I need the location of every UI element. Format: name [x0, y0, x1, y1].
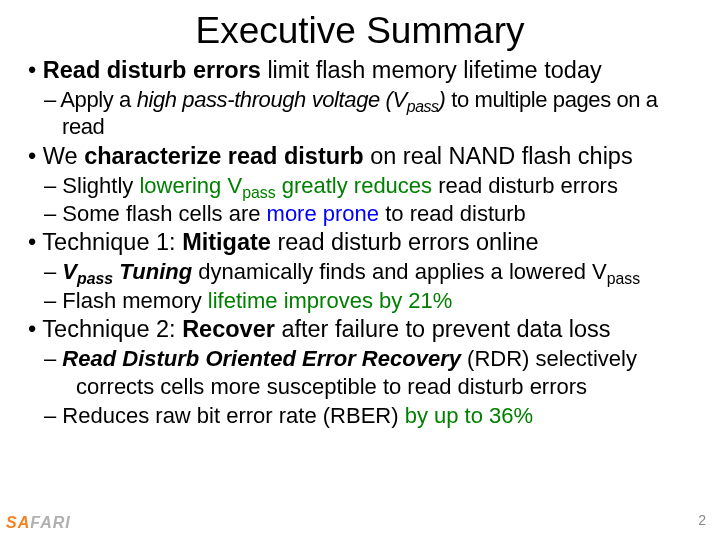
- sub-apply-voltage: Apply a high pass-through voltage (Vpass…: [28, 86, 692, 141]
- text-subscript: pass: [242, 184, 275, 201]
- text: (RDR) selectively: [461, 346, 637, 371]
- sub-rber: Reduces raw bit error rate (RBER) by up …: [28, 402, 692, 429]
- text: corrects cells more susceptible to read …: [76, 374, 587, 399]
- text-italic: high pass-through voltage (V: [137, 87, 407, 112]
- text: read disturb errors: [432, 173, 618, 198]
- text: Technique 2:: [42, 316, 182, 342]
- text: Apply a: [60, 87, 136, 112]
- text-subscript: pass: [77, 271, 113, 288]
- sub-vpass-tuning: Vpass Tuning dynamically finds and appli…: [28, 258, 692, 285]
- bullet-technique-2: Technique 2: Recover after failure to pr…: [28, 315, 692, 344]
- text-bold-italic: V: [62, 259, 77, 284]
- text-bold-italic: Read Disturb Oriented Error Recovery: [62, 346, 461, 371]
- page-number: 2: [698, 512, 706, 528]
- text: We: [43, 143, 84, 169]
- slide-body: Read disturb errors limit flash memory l…: [28, 56, 692, 429]
- sub-lowering-vpass: Slightly lowering Vpass greatly reduces …: [28, 172, 692, 199]
- text-bold: Read disturb errors: [43, 57, 261, 83]
- logo-part-orange: SA: [6, 514, 30, 531]
- sub-rdr: Read Disturb Oriented Error Recovery (RD…: [28, 345, 692, 372]
- text: after failure to prevent data loss: [275, 316, 611, 342]
- text-bold: characterize read disturb: [84, 143, 364, 169]
- logo-part-grey: FARI: [30, 514, 70, 531]
- slide-title: Executive Summary: [28, 10, 692, 52]
- safari-logo: SAFARI: [6, 514, 71, 532]
- sub-more-prone: Some flash cells are more prone to read …: [28, 200, 692, 227]
- text-green: greatly reduces: [276, 173, 433, 198]
- bullet-technique-1: Technique 1: Mitigate read disturb error…: [28, 228, 692, 257]
- bullet-read-disturb: Read disturb errors limit flash memory l…: [28, 56, 692, 85]
- bullet-characterize: We characterize read disturb on real NAN…: [28, 142, 692, 171]
- text-subscript: pass: [607, 271, 640, 288]
- text-bold-italic: Tuning: [113, 259, 192, 284]
- sub-rdr-cont: corrects cells more susceptible to read …: [28, 373, 692, 400]
- text: limit flash memory lifetime today: [261, 57, 602, 83]
- text-green: by up to 36%: [405, 403, 533, 428]
- slide: Executive Summary Read disturb errors li…: [0, 0, 720, 540]
- text-italic: ): [439, 87, 446, 112]
- text-green: lifetime improves by 21%: [208, 288, 453, 313]
- text-green: lowering V: [139, 173, 242, 198]
- text: read disturb errors online: [271, 229, 539, 255]
- text-bold: Recover: [182, 316, 275, 342]
- text: Reduces raw bit error rate (RBER): [62, 403, 404, 428]
- sub-lifetime-improves: Flash memory lifetime improves by 21%: [28, 287, 692, 314]
- text: on real NAND flash chips: [364, 143, 633, 169]
- text: Some flash cells are: [62, 201, 266, 226]
- text: Flash memory: [62, 288, 207, 313]
- text: dynamically finds and applies a lowered …: [192, 259, 607, 284]
- text: to read disturb: [379, 201, 526, 226]
- text-blue: more prone: [267, 201, 380, 226]
- text: Slightly: [62, 173, 139, 198]
- text-bold: Mitigate: [182, 229, 271, 255]
- text-subscript: pass: [407, 99, 439, 116]
- text: Technique 1:: [42, 229, 182, 255]
